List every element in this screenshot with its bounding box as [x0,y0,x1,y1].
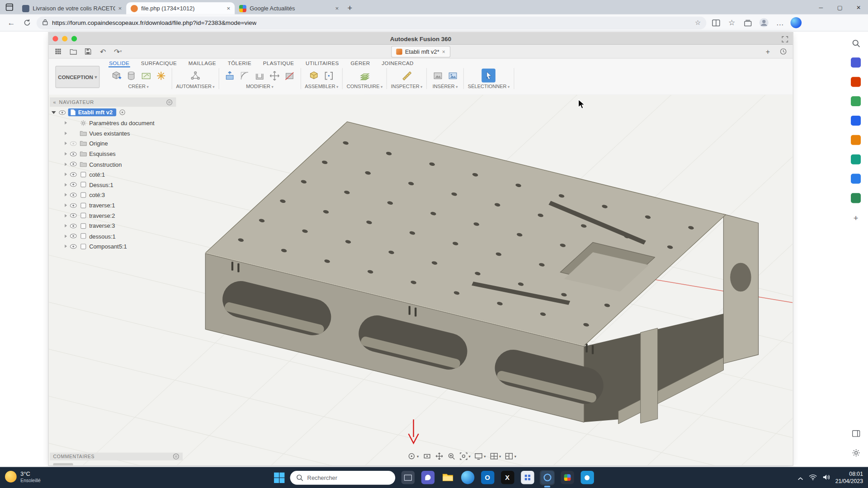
taskbar-paint-icon[interactable] [580,470,594,485]
ribbon-tab-utilitaires[interactable]: UTILITAIRES [305,59,340,67]
visibility-eye-icon[interactable] [69,141,77,146]
start-button[interactable] [274,472,285,483]
taskbar-edge-icon[interactable] [460,470,475,485]
visibility-eye-icon[interactable] [69,234,77,239]
dropdown-caret-icon[interactable]: ▾ [417,454,419,459]
dropdown-caret-icon[interactable]: ▾ [514,454,516,459]
pattern-icon[interactable] [154,69,168,83]
visibility-eye-icon[interactable] [69,213,77,218]
expand-arrow-icon[interactable] [65,163,67,166]
expand-arrow-icon[interactable] [52,111,56,114]
cylinder-icon[interactable] [124,69,138,83]
collections-icon[interactable] [741,16,755,29]
navigator-item[interactable]: Composant5:1 [50,241,176,252]
tool-group-label[interactable]: ASSEMBLER [305,84,338,89]
sketch-icon[interactable] [139,69,153,83]
taskbar-calculator-icon[interactable] [520,470,535,485]
history-icon[interactable] [778,48,788,55]
ribbon-tab-gérer[interactable]: GÉRER [350,59,371,67]
navigator-item[interactable]: Esquisses [50,149,176,159]
tray-chevron-icon[interactable] [797,473,803,483]
collapse-panel-icon[interactable]: « [53,99,57,105]
refresh-icon[interactable] [20,16,33,29]
ribbon-tab-maillage[interactable]: MAILLAGE [188,59,217,67]
visibility-eye-icon[interactable] [69,151,77,156]
sidebar-designer-icon[interactable] [850,114,862,127]
sidebar-games-icon[interactable] [850,95,862,108]
dropdown-caret-icon[interactable]: ▾ [499,454,501,459]
sidebar-tools-icon[interactable] [850,56,862,69]
taskbar-desktop-icon[interactable] [400,470,415,485]
orbit-icon[interactable]: ▾ [407,452,419,460]
tool-group-label[interactable]: SÉLECTIONNER [468,84,509,89]
fillet-icon[interactable] [238,69,252,83]
select-cursor-icon[interactable] [482,69,496,83]
taskbar-outlook-icon[interactable]: O [480,470,495,485]
tool-group-label[interactable]: INSÉRER [433,84,458,89]
ribbon-tab-plastique[interactable]: PLASTIQUE [263,59,295,67]
navigator-root-row[interactable]: Etabli mft v2 [50,107,176,117]
tool-group-label[interactable]: CONSTRUIRE [347,84,383,89]
taskbar-photos-icon[interactable] [560,470,575,485]
save-icon[interactable] [83,48,93,55]
expand-arrow-icon[interactable] [65,224,67,227]
fit-icon[interactable]: ▾ [459,452,471,460]
display-settings-icon[interactable]: ▾ [474,452,486,460]
undo-icon[interactable]: ↶ [98,47,108,56]
canvas-icon[interactable] [446,69,460,83]
visibility-eye-icon[interactable] [69,203,77,208]
window-maximize-button[interactable]: ▢ [830,1,849,14]
new-solid-icon[interactable] [109,69,123,83]
tool-group-label[interactable]: MODIFIER [246,84,274,89]
new-document-icon[interactable]: + [763,47,773,56]
visibility-eye-icon[interactable] [69,223,77,228]
navigator-item[interactable]: coté:3 [50,190,176,200]
sidebar-nature-icon[interactable] [850,192,862,204]
copilot-icon[interactable] [789,16,802,29]
file-menu-icon[interactable] [68,48,78,54]
press-pull-icon[interactable] [223,69,237,83]
redo-icon[interactable]: ↷▾ [113,47,123,56]
expand-arrow-icon[interactable] [65,142,67,145]
expand-arrow-icon[interactable] [65,131,67,135]
decal-icon[interactable] [431,69,445,83]
dropdown-caret-icon[interactable]: ▾ [484,454,486,459]
tool-group-label[interactable]: CRÉER [128,84,148,89]
visibility-eye-icon[interactable] [58,110,66,115]
taskbar-chat-icon[interactable] [420,470,435,485]
visibility-eye-icon[interactable] [69,244,77,249]
profile-avatar[interactable] [757,16,770,29]
navigator-item[interactable]: Construction [50,159,176,169]
tool-group-label[interactable]: INSPECTER [391,84,423,89]
automate-nodes-icon[interactable] [189,69,203,83]
document-tab[interactable]: Etabli mft v2* × [391,46,450,57]
navigator-item[interactable]: coté:1 [50,169,176,180]
bookmark-star-icon[interactable]: ☆ [695,19,701,27]
window-minimize-button[interactable]: ─ [811,1,830,14]
navigator-item[interactable]: Origine [50,138,176,149]
taskbar-file-explorer-icon[interactable] [440,470,455,485]
tab-actions-icon[interactable] [3,1,15,13]
ribbon-tab-solide[interactable]: SOLIDE [108,59,130,67]
navigator-item[interactable]: traverse:3 [50,221,176,231]
fusion-viewport[interactable]: « NAVIGATEUR Etabli mft v2 [49,94,793,465]
expand-arrow-icon[interactable] [65,214,67,217]
visibility-eye-icon[interactable] [69,162,77,167]
panel-scroll-stub[interactable] [53,463,73,465]
tab-close-icon[interactable]: × [335,5,339,12]
construction-planes-icon[interactable] [358,69,372,83]
activate-component-icon[interactable] [119,109,127,116]
ribbon-tab-joinercad[interactable]: JOINERCAD [381,59,414,67]
taskbar-clock[interactable]: 08:01 21/04/2023 [835,470,863,485]
look-at-icon[interactable] [423,452,431,460]
new-component-icon[interactable] [307,69,321,83]
wifi-icon[interactable] [809,473,817,483]
expand-arrow-icon[interactable] [65,204,67,207]
shell-icon[interactable] [253,69,267,83]
new-tab-button[interactable]: + [343,2,356,14]
navigator-item[interactable]: traverse:2 [50,211,176,221]
browser-tab[interactable]: file.php (1734×1012)× [126,2,235,14]
taskbar-x-icon[interactable]: X [500,470,515,485]
fullscreen-icon[interactable] [782,35,788,45]
move-icon[interactable] [268,69,282,83]
